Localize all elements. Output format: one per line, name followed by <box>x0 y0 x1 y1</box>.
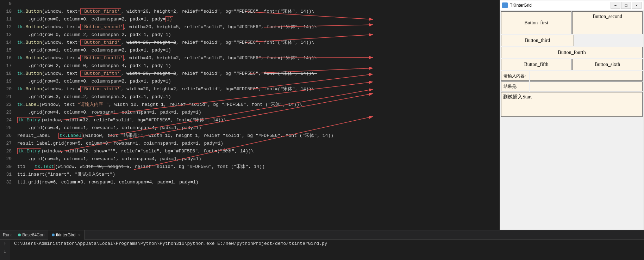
code-line-10: 10 tk.Button(window, text='Button_first'… <box>0 8 500 16</box>
tk-icon <box>502 2 508 8</box>
line-num-14: 14 <box>0 39 16 47</box>
line-content-14: tk.Button(window, text='Button_third', w… <box>16 39 500 47</box>
terminal-content: C:\Users\Administrator\AppData\Local\Pro… <box>10 240 644 260</box>
tk-close-button[interactable]: × <box>632 2 642 9</box>
line-num-13: 13 <box>0 31 16 39</box>
line-num-18: 18 <box>0 70 16 78</box>
code-line-30: 30 tt1 = tk.Text(window, width=40, heigh… <box>0 163 500 171</box>
line-num-20: 20 <box>0 85 16 93</box>
line-num-10: 10 <box>0 8 16 16</box>
line-content-12: tk.Button(window, text='Button_second', … <box>16 23 500 31</box>
tab-close-icon[interactable]: × <box>78 233 80 237</box>
line-num-28: 28 <box>0 147 16 155</box>
line-num-15: 15 <box>0 47 16 54</box>
code-line-9: 9 <box>0 0 500 8</box>
label-result: 结果是: <box>501 81 529 91</box>
line-content-28: tk.Entry(window, width=32, show="*", rel… <box>16 147 500 155</box>
code-line-21: 21 .grid(row=3, column=2, columnspan=2, … <box>0 93 500 101</box>
code-line-20: 20 tk.Button(window, text='Button_sixth'… <box>0 85 500 93</box>
tab-label-base64: Base64Con <box>22 232 44 237</box>
line-content-11: .grid(row=0, column=0, columnspan=2, pad… <box>16 16 500 23</box>
text-area[interactable]: 测试插入Start <box>501 92 643 117</box>
tk-title-text: TKInterGrid <box>510 3 532 8</box>
tab-label-tkinter: tkinterGird <box>56 232 75 237</box>
code-line-25: 25 .grid(row=4, column=1, rowspan=1, col… <box>0 124 500 132</box>
code-line-12: 12 tk.Button(window, text='Button_second… <box>0 23 500 31</box>
line-num-21: 21 <box>0 93 16 101</box>
run-label: Run: <box>3 232 14 237</box>
tk-controls: − □ × <box>611 2 642 9</box>
line-content-16: tk.Button(window, text='Button_fourth', … <box>16 54 500 62</box>
tabs-bar: Run: Base64Con tkinterGird × <box>0 230 644 240</box>
line-content-20: tk.Button(window, text='Button_sixth', w… <box>16 85 500 93</box>
line-num-24: 24 <box>0 116 16 124</box>
tk-titlebar: TKInterGrid − □ × <box>500 0 644 10</box>
tab-dot-base64 <box>18 234 21 236</box>
code-line-16: 16 tk.Button(window, text='Button_fourth… <box>0 54 500 62</box>
btn-fifth[interactable]: Button_fifth <box>501 59 571 70</box>
code-line-14: 14 tk.Button(window, text='Button_third'… <box>0 39 500 47</box>
code-line-27: 27 result_label.grid(row=5, column=0, ro… <box>0 140 500 147</box>
line-num-32: 32 <box>0 179 16 186</box>
line-content-26: result_label = tk.Label(window, text="结果… <box>16 132 500 140</box>
tk-minimize-button[interactable]: − <box>611 2 620 9</box>
scroll-controls: ↑ ↓ <box>0 240 10 260</box>
line-num-31: 31 <box>0 171 16 179</box>
line-content-10: tk.Button(window, text='Button_first', w… <box>16 8 500 16</box>
btn-first[interactable]: Button_first <box>501 11 571 34</box>
code-line-11: 11 .grid(row=0, column=0, columnspan=2, … <box>0 16 500 23</box>
tk-maximize-button[interactable]: □ <box>621 2 631 9</box>
line-num-9: 9 <box>0 0 16 8</box>
btn-sixth[interactable]: Button_sixth <box>572 59 643 70</box>
line-content-23: .grid(row=4, column=0, rowspan=1, column… <box>16 109 500 116</box>
line-num-11: 11 <box>0 16 16 23</box>
scroll-up-button[interactable]: ↑ <box>4 241 6 247</box>
tab-tkintergird[interactable]: tkinterGird × <box>48 230 85 240</box>
tk-window: TKInterGrid − □ × Button_first Button_se… <box>500 0 644 230</box>
line-content-18: tk.Button(window, text='Button_fifth', w… <box>16 70 500 78</box>
line-num-23: 23 <box>0 109 16 116</box>
scroll-down-button[interactable]: ↓ <box>4 249 6 254</box>
line-num-30: 30 <box>0 163 16 171</box>
line-content-29: .grid(row=5, column=1, rowspan=1, column… <box>16 155 500 163</box>
code-line-17: 17 .grid(row=2, column=0, columnspan=4, … <box>0 62 500 70</box>
line-content-17: .grid(row=2, column=0, columnspan=4, pad… <box>16 62 500 70</box>
line-content-22: tk.Label(window, text="请输入内容 ", width=10… <box>16 101 500 109</box>
code-line-15: 15 .grid(row=1, column=0, columnspan=2, … <box>0 47 500 54</box>
tab-base64con[interactable]: Base64Con <box>14 230 48 240</box>
entry-result[interactable] <box>530 81 643 91</box>
code-panel: 9 10 tk.Button(window, text='Button_firs… <box>0 0 500 230</box>
tk-title: TKInterGrid <box>502 2 532 8</box>
line-content-30: tt1 = tk.Text(window, width=40, height=5… <box>16 163 500 171</box>
main-area: 9 10 tk.Button(window, text='Button_firs… <box>0 0 644 230</box>
code-line-24: 24 tk.Entry(window, width=32, relief="so… <box>0 116 500 124</box>
line-content-27: result_label.grid(row=5, column=0, rowsp… <box>16 140 500 147</box>
line-num-19: 19 <box>0 78 16 85</box>
line-num-12: 12 <box>0 23 16 31</box>
btn-third[interactable]: Button_third <box>501 35 574 46</box>
entry-input[interactable] <box>530 71 643 81</box>
line-content-24: tk.Entry(window, width=32, relief="solid… <box>16 116 500 124</box>
line-num-17: 17 <box>0 62 16 70</box>
code-line-13: 13 .grid(row=0, column=2, columnspan=2, … <box>0 31 500 39</box>
line-content-21: .grid(row=3, column=2, columnspan=2, pad… <box>16 93 500 101</box>
code-line-23: 23 .grid(row=4, column=0, rowspan=1, col… <box>0 109 500 116</box>
line-num-25: 25 <box>0 124 16 132</box>
label-input: 请输入内容: <box>501 71 529 81</box>
line-content-25: .grid(row=4, column=1, rowspan=1, column… <box>16 124 500 132</box>
line-num-16: 16 <box>0 54 16 62</box>
btn-second[interactable]: Button_second <box>572 11 643 34</box>
code-line-19: 19 .grid(row=3, column=0, columnspan=2, … <box>0 78 500 85</box>
btn-fourth[interactable]: Button_fourth <box>501 47 643 58</box>
tab-dot-tkinter <box>52 234 55 236</box>
line-content-19: .grid(row=3, column=0, columnspan=2, pad… <box>16 78 500 85</box>
code-line-28: 28 tk.Entry(window, width=32, show="*", … <box>0 147 500 155</box>
code-line-18: 18 tk.Button(window, text='Button_fifth'… <box>0 70 500 78</box>
line-content-31: tt1.insert("insert", "测试插入Start") <box>16 171 500 179</box>
code-line-26: 26 result_label = tk.Label(window, text=… <box>0 132 500 140</box>
line-num-26: 26 <box>0 132 16 140</box>
code-line-22: 22 tk.Label(window, text="请输入内容 ", width… <box>0 101 500 109</box>
line-content-15: .grid(row=1, column=0, columnspan=2, pad… <box>16 47 500 54</box>
line-num-29: 29 <box>0 155 16 163</box>
terminal-line: C:\Users\Administrator\AppData\Local\Pro… <box>14 241 640 246</box>
